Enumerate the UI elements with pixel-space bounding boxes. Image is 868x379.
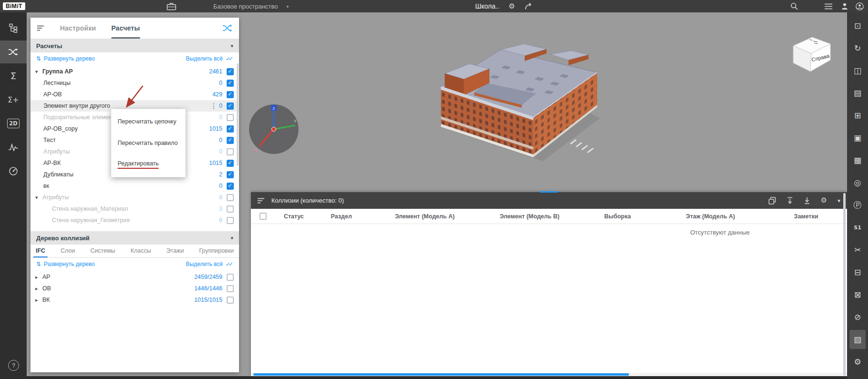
view-cube[interactable]: Справа bbox=[787, 31, 834, 77]
tab-ifc[interactable]: IFC bbox=[33, 245, 48, 257]
row-checkbox[interactable] bbox=[227, 137, 234, 144]
tab-systems[interactable]: Системы bbox=[88, 245, 118, 257]
select-all-link[interactable]: Выделить всё ✓✓ bbox=[186, 55, 233, 62]
help-button[interactable]: ? bbox=[8, 360, 19, 371]
tab-calculations[interactable]: Расчеты bbox=[111, 18, 140, 39]
duplicate-icon[interactable] bbox=[768, 197, 776, 205]
tree-row[interactable]: вк0 bbox=[30, 180, 239, 192]
collision-tree-row[interactable]: ▸ОВ1446/1446 bbox=[30, 283, 239, 294]
user-icon[interactable] bbox=[841, 0, 848, 12]
panel-drag-handle[interactable] bbox=[540, 191, 558, 193]
navigation-axes-gizmo[interactable]: Z Y X bbox=[248, 103, 300, 157]
workspace-selector[interactable]: Базовое пространство ▾ bbox=[213, 0, 289, 12]
caret-icon[interactable]: ▾ bbox=[35, 69, 42, 75]
collapse-panel-icon[interactable]: ▾ bbox=[838, 197, 840, 204]
sheets-icon[interactable]: ▦ bbox=[849, 151, 866, 170]
menu-item-edit[interactable]: Редактировать bbox=[111, 154, 185, 175]
app-logo[interactable]: BiMiT bbox=[3, 0, 25, 12]
row-checkbox[interactable] bbox=[227, 91, 234, 98]
row-checkbox[interactable] bbox=[227, 160, 234, 167]
menu-list-icon[interactable] bbox=[825, 0, 833, 12]
tab-layers[interactable]: Слои bbox=[58, 245, 77, 257]
select-all-checkbox[interactable] bbox=[259, 213, 267, 220]
vertical-scrollbar[interactable] bbox=[843, 193, 846, 376]
section-box-icon[interactable]: ▣ bbox=[849, 128, 866, 147]
row-checkbox[interactable] bbox=[227, 148, 234, 155]
select-all-link[interactable]: Выделить всё ✓✓ bbox=[186, 261, 233, 267]
tree-row-label: вк bbox=[43, 183, 219, 189]
3d-building-model[interactable] bbox=[429, 30, 606, 169]
grid-measure-icon[interactable]: ⊞ bbox=[849, 106, 866, 125]
analytics-icon[interactable] bbox=[0, 136, 27, 159]
row-checkbox[interactable] bbox=[227, 125, 234, 133]
panel-menu-icon[interactable] bbox=[37, 25, 45, 31]
menu-item-recalc-rule[interactable]: Пересчитать правило bbox=[111, 133, 185, 154]
share-icon[interactable] bbox=[525, 3, 533, 10]
menu-item-recalc-chain[interactable]: Пересчитать цепочку bbox=[111, 111, 185, 132]
tab-settings[interactable]: Настройки bbox=[60, 18, 96, 39]
focus-icon[interactable]: ◎ bbox=[849, 173, 866, 192]
model-tree-icon[interactable] bbox=[0, 17, 27, 40]
row-checkbox[interactable] bbox=[227, 102, 234, 110]
tab-groupings[interactable]: Группировки bbox=[197, 245, 236, 257]
export-icon[interactable] bbox=[804, 197, 810, 205]
2d-view-icon[interactable]: 2D bbox=[0, 112, 27, 135]
import-icon[interactable] bbox=[787, 197, 793, 205]
sum-icon[interactable]: Σ bbox=[0, 64, 27, 87]
row-checkbox[interactable] bbox=[227, 68, 234, 75]
caret-icon[interactable]: ▾ bbox=[35, 195, 42, 201]
ruler-icon[interactable]: ▤ bbox=[849, 83, 866, 102]
storey-icon[interactable]: S1 bbox=[849, 218, 866, 237]
expand-tree-link[interactable]: ⇅ Развернуть дерево bbox=[36, 55, 95, 62]
collision-tree-section-header[interactable]: Дерево коллизий ▾ bbox=[30, 231, 239, 245]
area-select-icon[interactable]: ⊟ bbox=[849, 263, 866, 282]
orbit-icon[interactable]: ↻ bbox=[849, 39, 866, 58]
row-checkbox[interactable] bbox=[227, 80, 234, 87]
row-checkbox[interactable] bbox=[227, 297, 234, 304]
search-icon[interactable] bbox=[790, 0, 798, 12]
row-checkbox[interactable] bbox=[227, 285, 234, 292]
plans-icon[interactable]: Ⓟ bbox=[849, 195, 866, 215]
tab-storeys[interactable]: Этажи bbox=[164, 245, 186, 257]
tree-row[interactable]: ▾Группа АР2461 bbox=[30, 66, 239, 77]
settings-icon[interactable]: ⚙ bbox=[849, 352, 866, 371]
collision-check-icon[interactable] bbox=[0, 41, 27, 63]
collision-tree-row[interactable]: ▸ВК1015/1015 bbox=[30, 294, 239, 306]
section-cut-icon-glyph: ✂ bbox=[854, 245, 861, 255]
caret-icon[interactable]: ▸ bbox=[35, 297, 42, 303]
briefcase-icon[interactable] bbox=[167, 0, 176, 12]
panel-scrollbar[interactable] bbox=[237, 63, 239, 166]
horizontal-scrollbar-thumb[interactable] bbox=[253, 373, 629, 376]
row-menu-icon[interactable]: ⋮ bbox=[210, 102, 217, 110]
paint-icon[interactable]: ▧ bbox=[849, 330, 866, 349]
row-checkbox[interactable] bbox=[227, 217, 234, 224]
tree-row[interactable]: Стена наружная_Геометрия6 bbox=[30, 215, 239, 226]
dashboard-icon[interactable] bbox=[0, 160, 27, 183]
tree-row[interactable]: Стена наружная_Материал3 bbox=[30, 203, 239, 215]
row-checkbox[interactable] bbox=[227, 205, 234, 213]
row-checkbox[interactable] bbox=[227, 114, 234, 121]
calculations-section-header[interactable]: Расчеты ▾ bbox=[30, 39, 239, 52]
caret-icon[interactable]: ▸ bbox=[35, 286, 42, 292]
sum-plus-icon[interactable]: Σ+ bbox=[0, 88, 27, 111]
row-checkbox[interactable] bbox=[227, 274, 234, 281]
copy-view-icon[interactable]: ◫ bbox=[849, 61, 866, 80]
tab-classes[interactable]: Классы bbox=[128, 245, 153, 257]
hide-icon[interactable]: ⊘ bbox=[849, 307, 866, 327]
expand-tree-link[interactable]: ⇅ Развернуть дерево bbox=[36, 261, 95, 267]
table-settings-gear-icon[interactable]: ⚙ bbox=[821, 197, 827, 204]
capture-view-icon[interactable]: ⊡ bbox=[849, 16, 866, 35]
caret-icon[interactable]: ▸ bbox=[35, 274, 42, 280]
row-checkbox[interactable] bbox=[227, 183, 234, 190]
collisions-menu-icon[interactable] bbox=[258, 198, 265, 204]
project-settings-gear-icon[interactable]: ⚙ bbox=[509, 3, 515, 10]
row-checkbox[interactable] bbox=[227, 194, 234, 201]
tree-row-label: Атрибуты bbox=[42, 194, 219, 201]
collisions-shuffle-icon[interactable] bbox=[222, 24, 233, 32]
isolate-icon[interactable]: ⊠ bbox=[849, 285, 866, 304]
collision-tree-row[interactable]: ▸АР2459/2459 bbox=[30, 271, 239, 283]
tree-row[interactable]: ▾Атрибуты9 bbox=[30, 192, 239, 203]
row-checkbox[interactable] bbox=[227, 171, 234, 178]
section-cut-icon[interactable]: ✂ bbox=[849, 240, 866, 259]
account-icon[interactable] bbox=[856, 0, 864, 12]
